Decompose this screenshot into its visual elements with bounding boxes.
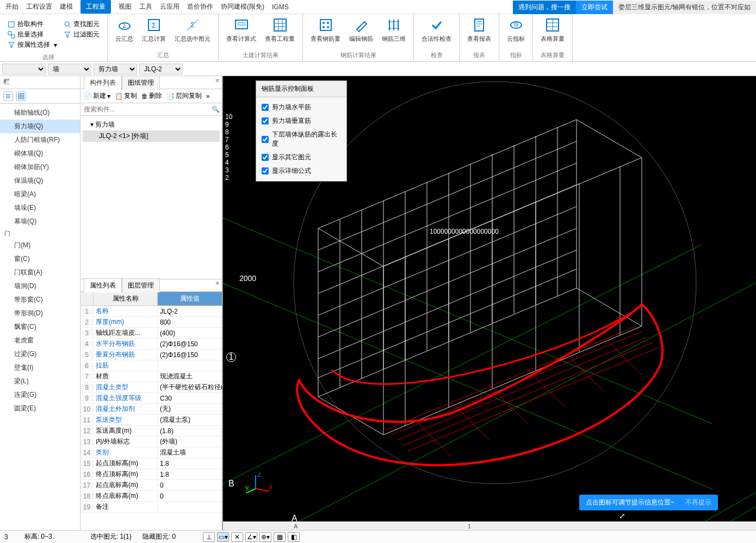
panel-close-icon[interactable]: ✕	[215, 77, 220, 84]
prop-close-icon[interactable]: ✕	[215, 280, 220, 287]
tab-properties[interactable]: 属性列表	[84, 278, 122, 292]
menu-item[interactable]: 视图	[119, 2, 132, 11]
view-report-button[interactable]: 查看报表	[464, 16, 494, 44]
menu-item[interactable]: 云应用	[160, 2, 179, 11]
left-item[interactable]: 剪力墙(Q)	[0, 120, 80, 133]
tool-icon-7[interactable]: ◧	[288, 532, 300, 542]
tool-icon-6[interactable]: ▦	[274, 532, 286, 542]
left-item[interactable]: 保温墙(Q)	[0, 174, 80, 188]
property-row[interactable]: 2厚度(mm)800	[80, 317, 222, 328]
try-now-button[interactable]: 立即尝试	[576, 1, 613, 14]
left-item[interactable]: 人防门框墙(RF)	[0, 133, 80, 147]
summary-calc-button[interactable]: Σ汇总计算	[139, 16, 169, 44]
prop-value[interactable]: 现浇混凝土	[158, 372, 222, 381]
prop-value[interactable]: 800	[158, 319, 222, 326]
find-element[interactable]: 查找图元	[64, 20, 100, 29]
property-row[interactable]: 11泵送类型(混凝土泵)	[80, 415, 222, 426]
batch-select[interactable]: 批量选择	[8, 30, 57, 39]
property-row[interactable]: 5垂直分布钢筋(2)Φ16@150	[80, 349, 222, 360]
left-item[interactable]: 过梁(G)	[0, 347, 80, 361]
left-item[interactable]: 墙垛(E)	[0, 201, 80, 215]
copy-button[interactable]: 📋复制	[115, 91, 137, 101]
menu-item[interactable]: IGMS	[272, 3, 289, 11]
prop-value[interactable]: (400)	[158, 329, 222, 337]
tool-icon-5[interactable]: ⊕▾	[259, 532, 271, 542]
prop-value[interactable]: JLQ-2	[158, 308, 222, 315]
prop-value[interactable]: (外墙)	[158, 437, 222, 446]
left-item[interactable]: 连梁(G)	[0, 388, 80, 402]
left-item[interactable]: 砌体墙(Q)	[0, 147, 80, 160]
tile-view-icon[interactable]	[16, 91, 26, 101]
left-item[interactable]: 暗梁(A)	[0, 188, 80, 201]
property-row[interactable]: 8混凝土类型(半干硬性砼砾石粒径(20...	[80, 382, 222, 393]
select-by-prop[interactable]: 按属性选择 ▾	[8, 40, 57, 49]
rebar-checkbox-row[interactable]: 显示其它图元	[262, 153, 341, 162]
property-row[interactable]: 4水平分布钢筋(2)Φ16@150	[80, 339, 222, 349]
prop-value[interactable]: (1.8)	[158, 427, 222, 435]
tip-anchor-icon[interactable]: ⤢	[619, 511, 625, 520]
list-view-icon[interactable]	[3, 91, 13, 101]
summary-selected-button[interactable]: Σ汇总选中图元	[171, 16, 214, 44]
left-item[interactable]: 门(M)	[0, 239, 80, 252]
rebar-checkbox-row[interactable]: 显示详细公式	[262, 166, 341, 176]
property-row[interactable]: 17起点底标高(m)0	[80, 480, 222, 491]
left-item[interactable]: 壁龛(I)	[0, 361, 80, 375]
prop-value[interactable]: (混凝土泵)	[158, 415, 222, 425]
tab-drawing-mgr[interactable]: 图纸管理	[122, 76, 160, 90]
filter-1[interactable]	[2, 64, 46, 74]
property-row[interactable]: 19备注	[80, 502, 222, 513]
prop-value[interactable]: 0	[158, 482, 222, 489]
property-row[interactable]: 1名称JLQ-2	[80, 306, 222, 317]
left-item[interactable]: 梁(L)	[0, 375, 80, 388]
pick-component[interactable]: 拾取构件	[8, 20, 57, 29]
rebar-checkbox-row[interactable]: 剪力墙水平筋	[262, 103, 341, 112]
prop-value[interactable]: (无)	[158, 404, 222, 414]
property-table[interactable]: 属性名称 属性值 1名称JLQ-22厚度(mm)8003轴线距左墙皮...(40…	[80, 292, 222, 530]
menu-item[interactable]: 协同建模(限免)	[221, 2, 264, 11]
cloud-index-button[interactable]: ılı云指标	[504, 16, 528, 44]
menu-item[interactable]: 工程设置	[26, 2, 52, 11]
tab-layer-mgr[interactable]: 图层管理	[122, 278, 160, 292]
rebar-checkbox[interactable]	[262, 167, 269, 174]
viewport-3d[interactable]: 1000000000000000000 钢筋显示控制面板 剪力墙水平筋 剪力墙垂…	[223, 76, 756, 530]
tab-component-list[interactable]: 构件列表	[84, 76, 122, 90]
left-item[interactable]: 砌体加筋(Y)	[0, 160, 80, 174]
property-row[interactable]: 7材质现浇混凝土	[80, 371, 222, 382]
menu-item-active[interactable]: 工程量	[80, 0, 111, 14]
left-item[interactable]: 幕墙(Q)	[0, 215, 80, 228]
table-calc-button[interactable]: 表格算量	[537, 16, 568, 44]
left-item[interactable]: 圆梁(E)	[0, 402, 80, 415]
search-input[interactable]	[83, 104, 212, 114]
tree-node-root[interactable]: ▾ 剪力墙	[83, 119, 220, 130]
menu-item[interactable]: 工具	[139, 2, 152, 11]
rebar-checkbox-row[interactable]: 剪力墙垂直筋	[262, 116, 341, 126]
view-quantity-button[interactable]: 查看工程量	[262, 16, 298, 44]
rebar-checkbox[interactable]	[262, 104, 269, 111]
view-rebar-qty-button[interactable]: 查看钢筋量	[307, 16, 344, 44]
rebar-3d-button[interactable]: 钢筋三维	[379, 16, 409, 44]
property-row[interactable]: 12泵送高度(m)(1.8)	[80, 426, 222, 436]
tool-icon-3[interactable]: ✕	[231, 532, 243, 542]
rebar-checkbox-row[interactable]: 下层墙体纵筋的露出长度	[262, 130, 341, 148]
prop-value[interactable]: (2)Φ16@150	[158, 340, 222, 348]
left-item[interactable]: 门联窗(A)	[0, 266, 80, 279]
property-row[interactable]: 3轴线距左墙皮...(400)	[80, 328, 222, 339]
menu-item[interactable]: 开始	[5, 2, 18, 11]
rebar-checkbox[interactable]	[262, 136, 269, 143]
layer-copy-button[interactable]: 📑层间复制	[166, 91, 202, 101]
tool-icon-1[interactable]: ⊥	[203, 532, 215, 542]
filter-2[interactable]: 墙	[48, 64, 91, 74]
left-item[interactable]: 老虎窗	[0, 334, 80, 347]
prop-value[interactable]: 混凝土墙	[158, 448, 222, 457]
property-row[interactable]: 18终点底标高(m)0	[80, 491, 222, 502]
tool-icon-2[interactable]: ▭▾	[217, 532, 229, 542]
left-item[interactable]: 窗(C)	[0, 252, 80, 266]
prop-value[interactable]: (半干硬性砼砾石粒径(20...	[158, 383, 222, 392]
left-list[interactable]: 辅助轴线(O) 剪力墙(Q)人防门框墙(RF)砌体墙(Q)砌体加筋(Y)保温墙(…	[0, 104, 80, 530]
cloud-summary-button[interactable]: Σ云汇总	[112, 16, 137, 44]
left-item[interactable]: 带形洞(D)	[0, 307, 80, 320]
property-row[interactable]: 15起点顶标高(m)1.8	[80, 458, 222, 469]
more-icon[interactable]: »	[206, 92, 210, 100]
aux-axis-item[interactable]: 辅助轴线(O)	[0, 106, 80, 120]
validity-check-button[interactable]: 合法性检查	[418, 16, 455, 44]
